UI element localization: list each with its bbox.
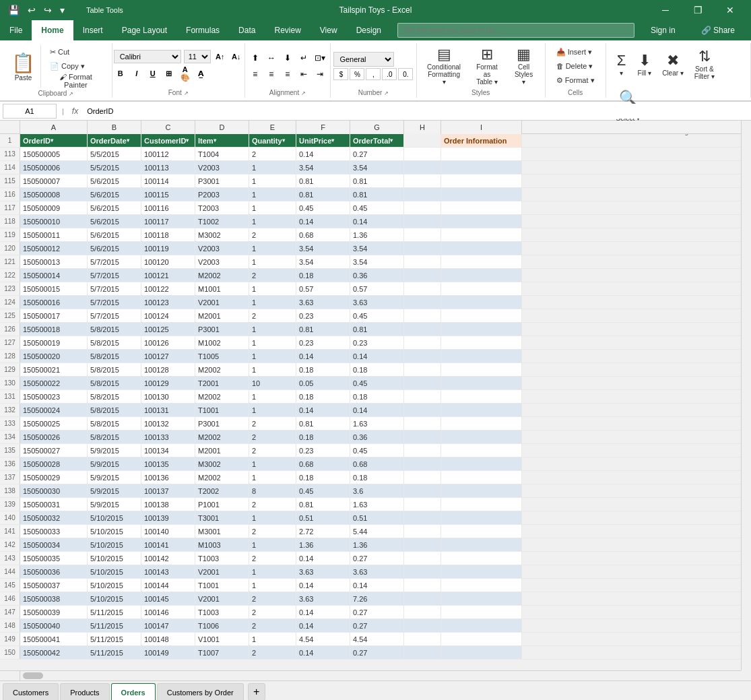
cell[interactable] [441, 471, 522, 484]
cell[interactable]: P3001 [195, 323, 249, 336]
cell[interactable]: 150500007 [20, 174, 88, 187]
cell[interactable]: 5/11/2015 [88, 646, 141, 659]
cell[interactable]: 0.14 [296, 606, 350, 618]
cell[interactable]: 2.72 [296, 525, 350, 538]
cell[interactable]: 150500012 [20, 242, 88, 255]
tab-orders[interactable]: Orders [111, 683, 156, 700]
cell[interactable] [441, 633, 522, 645]
font-size-select[interactable]: 11 [184, 50, 211, 63]
cell[interactable]: 0.45 [350, 309, 404, 322]
cell[interactable]: 5/7/2015 [88, 296, 141, 309]
tab-data[interactable]: Data [229, 20, 265, 40]
cell[interactable]: M2002 [195, 390, 249, 403]
increase-font-button[interactable]: A↑ [214, 50, 227, 63]
cell[interactable]: 0.18 [296, 431, 350, 443]
cell[interactable] [404, 336, 441, 349]
cell[interactable] [441, 255, 522, 268]
format-button[interactable]: ⚙ Format ▾ [552, 73, 599, 87]
cell[interactable]: 0.14 [350, 579, 404, 592]
cell[interactable]: T1002 [195, 215, 249, 228]
cell[interactable]: 100113 [141, 161, 195, 174]
col-header-d[interactable]: D [195, 121, 249, 134]
cell[interactable]: 0.18 [296, 363, 350, 376]
cell[interactable]: P2003 [195, 188, 249, 201]
fill-color-button[interactable]: A🎨 [178, 67, 192, 80]
cell[interactable]: M1001 [195, 282, 249, 295]
cell[interactable]: 150500035 [20, 552, 88, 565]
cell[interactable] [441, 646, 522, 659]
cell[interactable] [404, 592, 441, 605]
cell[interactable]: P3001 [195, 174, 249, 187]
cell[interactable]: 10 [249, 377, 296, 389]
cell[interactable] [441, 606, 522, 618]
cell[interactable]: 100123 [141, 296, 195, 309]
cell[interactable]: 4.54 [350, 633, 404, 645]
number-format-select[interactable]: General [333, 52, 394, 67]
cell[interactable]: 150500036 [20, 565, 88, 578]
cell[interactable]: 0.18 [296, 471, 350, 484]
paste-button[interactable]: 📋 Paste [5, 44, 41, 88]
cell[interactable]: 5/8/2015 [88, 363, 141, 376]
cell[interactable]: 100143 [141, 565, 195, 578]
cell[interactable]: 100145 [141, 592, 195, 605]
cell[interactable]: 150500037 [20, 579, 88, 592]
restore-button[interactable]: ❐ [682, 0, 713, 20]
cell[interactable] [404, 323, 441, 336]
cell[interactable] [441, 619, 522, 632]
cell[interactable]: 0.81 [296, 498, 350, 511]
cell[interactable] [404, 511, 441, 524]
cell[interactable] [441, 269, 522, 282]
cell[interactable]: M2002 [195, 269, 249, 282]
cell[interactable]: 0.81 [296, 174, 350, 187]
cell[interactable] [404, 228, 441, 241]
font-family-select[interactable]: Calibri [114, 50, 181, 63]
cell[interactable]: 3.63 [350, 296, 404, 309]
cell[interactable]: 5/9/2015 [88, 457, 141, 470]
cell[interactable]: Quantity ▾ [249, 134, 296, 147]
cell[interactable]: T2003 [195, 201, 249, 214]
cell[interactable]: 100119 [141, 242, 195, 255]
cell[interactable]: 100133 [141, 431, 195, 443]
cell[interactable]: 150500018 [20, 323, 88, 336]
insert-button[interactable]: 📥 Insert ▾ [552, 45, 599, 59]
cell[interactable]: M2002 [195, 363, 249, 376]
cell[interactable]: 100142 [141, 552, 195, 565]
cell[interactable]: 2 [249, 592, 296, 605]
cell[interactable]: 5/8/2015 [88, 350, 141, 362]
cell[interactable]: 3.54 [296, 255, 350, 268]
cell[interactable]: 5/11/2015 [88, 633, 141, 645]
cell[interactable]: 0.81 [350, 323, 404, 336]
cell[interactable]: Order Information [441, 134, 522, 147]
cell[interactable]: 0.81 [350, 174, 404, 187]
cell[interactable] [441, 484, 522, 497]
clear-button[interactable]: ✖ Clear ▾ [657, 44, 688, 85]
cell[interactable]: 100114 [141, 174, 195, 187]
cell[interactable]: 3.6 [350, 484, 404, 497]
cell[interactable]: 1 [249, 404, 296, 416]
cell[interactable]: 1 [249, 174, 296, 187]
cell[interactable]: 5/9/2015 [88, 484, 141, 497]
cell[interactable]: M3002 [195, 228, 249, 241]
cell[interactable]: 0.14 [350, 350, 404, 362]
col-header-a[interactable]: A [20, 121, 88, 134]
cell[interactable]: 0.14 [296, 552, 350, 565]
cell[interactable]: 0.36 [350, 431, 404, 443]
cell[interactable]: 0.81 [296, 323, 350, 336]
cell[interactable] [404, 606, 441, 618]
cell[interactable]: Item ▾ [195, 134, 249, 147]
cell[interactable]: 5/8/2015 [88, 377, 141, 389]
cell[interactable]: 0.45 [350, 444, 404, 457]
cell[interactable]: 100127 [141, 350, 195, 362]
cell[interactable]: 8 [249, 484, 296, 497]
cell[interactable] [441, 350, 522, 362]
col-header-b[interactable]: B [88, 121, 141, 134]
cell[interactable] [441, 188, 522, 201]
cell[interactable] [441, 323, 522, 336]
cell[interactable] [404, 484, 441, 497]
col-header-c[interactable]: C [141, 121, 195, 134]
cell[interactable]: 0.68 [350, 457, 404, 470]
italic-button[interactable]: I [130, 67, 143, 80]
cell[interactable] [441, 377, 522, 389]
increase-indent-button[interactable]: ⇥ [313, 67, 327, 82]
tab-customers-by-order[interactable]: Customers by Order [157, 683, 244, 700]
